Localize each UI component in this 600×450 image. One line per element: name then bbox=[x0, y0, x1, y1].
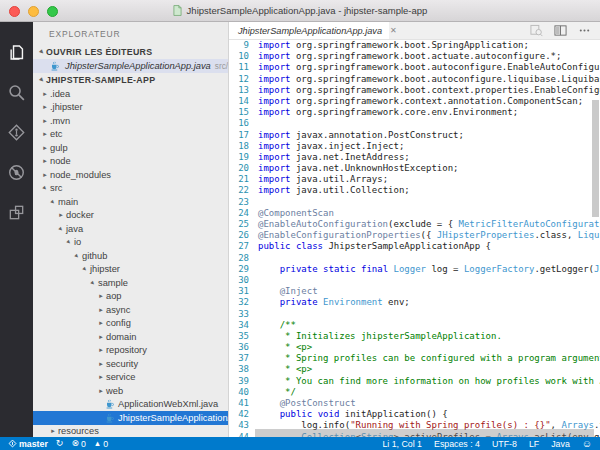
status-lf[interactable]: LF bbox=[529, 439, 539, 449]
code-line-32: 32 private Environment env; bbox=[229, 297, 600, 308]
code-line-11: 11import org.springframework.boot.autoco… bbox=[229, 62, 600, 73]
status-label: master bbox=[19, 439, 48, 449]
tree-item-io[interactable]: ▸io bbox=[33, 236, 228, 250]
code-editor[interactable]: 9import org.springframework.boot.SpringA… bbox=[229, 40, 600, 437]
status-label: Java bbox=[551, 439, 570, 449]
status-git-branch-icon[interactable]: master bbox=[8, 439, 48, 449]
status-sync-icon[interactable]: ↻ bbox=[56, 439, 64, 448]
activity-debug-disabled-icon[interactable] bbox=[0, 152, 33, 192]
tree-item-src[interactable]: ▸src bbox=[33, 182, 228, 196]
code-line-26: 26@EnableConfigurationProperties({ JHips… bbox=[229, 230, 600, 241]
tree-item--jhipster[interactable]: ▸.jhipster bbox=[33, 101, 228, 115]
minimize-window-button[interactable] bbox=[28, 6, 39, 17]
status-li-1-col-1[interactable]: Li 1, Col 1 bbox=[382, 439, 422, 449]
line-number: 20 bbox=[229, 163, 249, 174]
code-line-33: 33 bbox=[229, 309, 600, 320]
tree-item-java[interactable]: ▸java bbox=[33, 222, 228, 236]
line-number: 36 bbox=[229, 342, 249, 353]
tree-item-jhipstersampleapplicationapp-java[interactable]: JhipsterSampleApplicationApp.java bbox=[33, 411, 228, 425]
twistie-icon: ▸ bbox=[41, 157, 49, 165]
tree-item-applicationwebxml-java[interactable]: ApplicationWebXml.java bbox=[33, 398, 228, 412]
tree-item-label: sample bbox=[98, 278, 128, 288]
tab-bar: JhipsterSampleApplicationApp.java ✕ bbox=[229, 22, 600, 40]
open-editors-header[interactable]: ▸ OUVRIR LES ÉDITEURS bbox=[33, 45, 228, 59]
split-editor-icon[interactable] bbox=[554, 24, 567, 37]
line-number: 21 bbox=[229, 174, 249, 185]
close-tab-icon[interactable]: ✕ bbox=[390, 26, 397, 35]
line-text: import org.springframework.core.env.Envi… bbox=[258, 107, 518, 118]
zoom-window-button[interactable] bbox=[47, 6, 58, 17]
tree-item-config[interactable]: ▸config bbox=[33, 317, 228, 331]
tree-item-label: aop bbox=[106, 291, 122, 301]
tree-item-async[interactable]: ▸async bbox=[33, 303, 228, 317]
code-line-40: 40 */ bbox=[229, 387, 600, 398]
tree-item-label: .idea bbox=[50, 89, 70, 99]
activity-bar bbox=[0, 22, 33, 437]
status-warning-icon[interactable]: ▲0 bbox=[94, 439, 108, 449]
tree-item-gulp[interactable]: ▸gulp bbox=[33, 141, 228, 155]
tree-item-github[interactable]: ▸github bbox=[33, 249, 228, 263]
tree-item-security[interactable]: ▸security bbox=[33, 357, 228, 371]
code-line-10: 10import org.springframework.boot.actuat… bbox=[229, 51, 600, 62]
tree-item-service[interactable]: ▸service bbox=[33, 371, 228, 385]
code-line-41: 41 @PostConstruct bbox=[229, 398, 600, 409]
line-number: 15 bbox=[229, 107, 249, 118]
status-java[interactable]: Java bbox=[551, 439, 570, 449]
tree-item-label: java bbox=[66, 224, 83, 234]
activity-source-control-icon[interactable] bbox=[0, 112, 33, 152]
open-preview-icon[interactable] bbox=[530, 24, 543, 37]
tree-item--idea[interactable]: ▸.idea bbox=[33, 87, 228, 101]
tree-item-etc[interactable]: ▸etc bbox=[33, 128, 228, 142]
code-line-15: 15import org.springframework.core.env.En… bbox=[229, 107, 600, 118]
line-number: 34 bbox=[229, 320, 249, 331]
tree-item-main[interactable]: ▸main bbox=[33, 195, 228, 209]
tree-item-docker[interactable]: ▸docker bbox=[33, 209, 228, 223]
vertical-scrollbar[interactable] bbox=[592, 100, 599, 217]
tree-item-sample[interactable]: ▸sample bbox=[33, 276, 228, 290]
activity-search-icon[interactable] bbox=[0, 72, 33, 112]
tree-item-label: .jhipster bbox=[50, 102, 83, 112]
code-line-28: 28 bbox=[229, 253, 600, 264]
status-error-icon[interactable]: ⊗0 bbox=[71, 439, 85, 449]
more-actions-icon[interactable] bbox=[578, 24, 591, 37]
tree-item-resources[interactable]: ▸resources bbox=[33, 425, 228, 438]
open-editor-item[interactable]: JhipsterSampleApplicationApp.java src/m.… bbox=[33, 59, 228, 73]
activity-files-icon[interactable] bbox=[0, 32, 33, 72]
code-line-36: 36 * <p> bbox=[229, 342, 600, 353]
line-text: import java.util.Collection; bbox=[258, 185, 410, 196]
close-window-button[interactable] bbox=[9, 6, 20, 17]
code-line-29: 29 private static final Logger log = Log… bbox=[229, 264, 600, 275]
line-number: 9 bbox=[229, 40, 249, 51]
tree-item-node-modules[interactable]: ▸node_modules bbox=[33, 168, 228, 182]
line-number: 42 bbox=[229, 409, 249, 420]
status-utf-8[interactable]: UTF-8 bbox=[492, 439, 517, 449]
code-line-23: 23 bbox=[229, 197, 600, 208]
twistie-icon: ▸ bbox=[55, 223, 66, 234]
twistie-icon: ▸ bbox=[97, 387, 105, 395]
tree-item-aop[interactable]: ▸aop bbox=[33, 290, 228, 304]
smiley-icon: ☺ bbox=[582, 439, 592, 449]
line-number: 26 bbox=[229, 230, 249, 241]
code-line-18: 18import javax.inject.Inject; bbox=[229, 141, 600, 152]
twistie-icon: ▸ bbox=[71, 250, 82, 261]
line-text: import org.springframework.context.annot… bbox=[258, 96, 583, 107]
project-header[interactable]: ▸ JHIPSTER-SAMPLE-APP bbox=[33, 73, 228, 87]
line-text: @PostConstruct bbox=[258, 398, 356, 409]
activity-extensions-icon[interactable] bbox=[0, 192, 33, 232]
tree-item-jhipster[interactable]: ▸jhipster bbox=[33, 263, 228, 277]
editor-group: JhipsterSampleApplicationApp.java ✕ 9imp… bbox=[229, 22, 600, 437]
horizontal-scrollbar[interactable] bbox=[255, 429, 594, 437]
status-espaces-4[interactable]: Espaces : 4 bbox=[434, 439, 480, 449]
tree-item-web[interactable]: ▸web bbox=[33, 384, 228, 398]
tree-item--mvn[interactable]: ▸.mvn bbox=[33, 114, 228, 128]
line-text: public class JhipsterSampleApplicationAp… bbox=[258, 241, 491, 252]
line-number: 30 bbox=[229, 275, 249, 286]
tree-item-repository[interactable]: ▸repository bbox=[33, 344, 228, 358]
twistie-icon: ▸ bbox=[97, 292, 105, 300]
tree-item-label: ApplicationWebXml.java bbox=[118, 399, 218, 409]
tree-item-node[interactable]: ▸node bbox=[33, 155, 228, 169]
tree-item-domain[interactable]: ▸domain bbox=[33, 330, 228, 344]
tab-jhipstersampleapplicationapp[interactable]: JhipsterSampleApplicationApp.java ✕ bbox=[229, 22, 389, 39]
tree-item-label: resources bbox=[58, 426, 99, 436]
status-smiley-icon[interactable]: ☺ bbox=[582, 439, 592, 449]
